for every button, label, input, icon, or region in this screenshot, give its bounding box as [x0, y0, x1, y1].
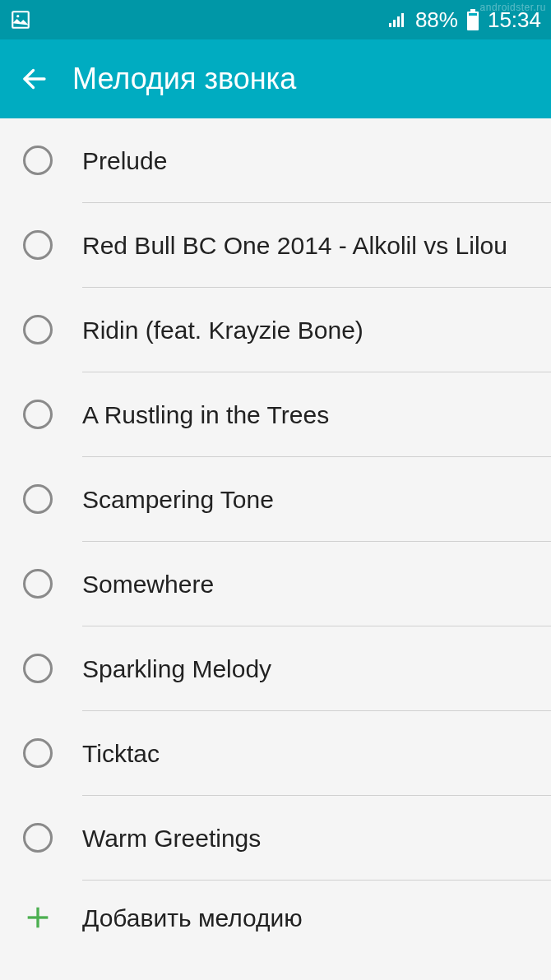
ringtone-list: Prelude Red Bull BC One 2014 - Alkolil v… [0, 118, 551, 955]
ringtone-item[interactable]: Somewhere [0, 542, 551, 626]
add-ringtone-label: Добавить мелодию [82, 902, 303, 934]
ringtone-item[interactable]: A Rustling in the Trees [0, 372, 551, 456]
ringtone-label: Ticktac [82, 737, 160, 770]
svg-rect-8 [469, 13, 477, 16]
radio-icon[interactable] [23, 569, 53, 599]
ringtone-item[interactable]: Sparkling Melody [0, 626, 551, 710]
radio-icon[interactable] [23, 146, 53, 175]
svg-rect-6 [470, 9, 475, 12]
svg-rect-4 [397, 16, 400, 27]
status-bar: androidster.ru 88% 15 [0, 0, 551, 39]
back-arrow-icon[interactable] [20, 64, 49, 94]
radio-icon[interactable] [23, 654, 53, 683]
page-title: Мелодия звонка [72, 62, 296, 96]
add-ringtone-button[interactable]: Добавить мелодию [0, 881, 551, 955]
ringtone-item[interactable]: Scampering Tone [0, 457, 551, 541]
radio-icon[interactable] [23, 400, 53, 429]
picture-icon [10, 9, 31, 30]
watermark-text: androidster.ru [480, 2, 546, 13]
ringtone-label: Sparkling Melody [82, 653, 271, 685]
battery-icon [466, 9, 479, 30]
plus-icon [23, 903, 53, 932]
ringtone-label: A Rustling in the Trees [82, 399, 329, 431]
ringtone-item[interactable]: Red Bull BC One 2014 - Alkolil vs Lilou [0, 203, 551, 287]
radio-icon[interactable] [23, 738, 53, 768]
battery-percent: 88% [415, 7, 458, 33]
ringtone-label: Ridin (feat. Krayzie Bone) [82, 314, 363, 346]
action-bar: Мелодия звонка [0, 39, 551, 118]
svg-rect-2 [389, 23, 391, 27]
svg-point-1 [16, 15, 19, 17]
ringtone-label: Scampering Tone [82, 483, 274, 515]
ringtone-label: Prelude [82, 145, 167, 177]
ringtone-item[interactable]: Prelude [0, 118, 551, 202]
ringtone-item[interactable]: Warm Greetings [0, 796, 551, 880]
ringtone-item[interactable]: Ridin (feat. Krayzie Bone) [0, 288, 551, 372]
radio-icon[interactable] [23, 315, 53, 344]
svg-rect-0 [12, 12, 29, 28]
ringtone-item[interactable]: Ticktac [0, 711, 551, 795]
svg-rect-5 [401, 13, 404, 27]
ringtone-label: Somewhere [82, 568, 214, 600]
ringtone-label: Warm Greetings [82, 822, 261, 854]
svg-rect-3 [393, 20, 396, 27]
radio-icon[interactable] [23, 230, 53, 260]
radio-icon[interactable] [23, 484, 53, 514]
radio-icon[interactable] [23, 823, 53, 853]
signal-icon [387, 10, 407, 30]
ringtone-label: Red Bull BC One 2014 - Alkolil vs Lilou [82, 229, 507, 261]
status-left [10, 9, 31, 30]
